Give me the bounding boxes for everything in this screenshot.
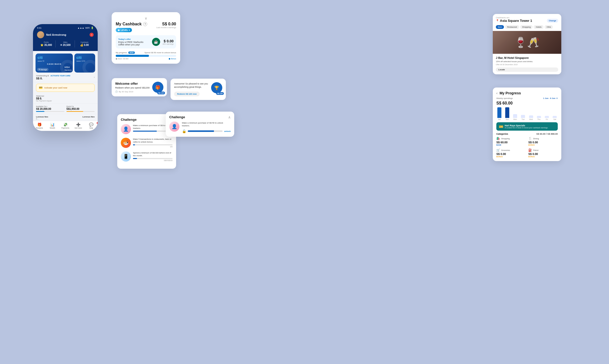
level-badge: ◆ LEVEL 1 xyxy=(116,28,132,32)
shopping-name: Shopping xyxy=(501,137,510,140)
today-desc: Enjoy a FREE Starbucks coffee when you p… xyxy=(118,41,149,46)
hari-raya-icon: 🎫 xyxy=(499,125,503,129)
categories-header: Categories S$ 60.00 / S$ 888.00 xyxy=(496,133,558,135)
quick-ca-bar xyxy=(66,111,95,112)
footer-get-more[interactable]: ➕ Get more xyxy=(72,123,85,129)
location-card: Cashbacks aro 📍 Asia Square Tower 1 Chan… xyxy=(493,14,561,74)
groceries-icon: 🛒 xyxy=(496,148,500,152)
credit-row: Available Cre › S$ 20,000.00 Quick Ca S$… xyxy=(33,103,98,114)
today-sub: nth's earnings xyxy=(163,43,174,45)
footer-help[interactable]: 💬 1 Help xyxy=(85,123,98,129)
location-row: 📍 Asia Square Tower 1 Change xyxy=(496,19,558,23)
available-cre-value: S$ 20,000.00 xyxy=(36,108,64,110)
weekly-date[interactable]: 1 Jun · 8 Jun ∨ xyxy=(543,97,558,99)
chart-bar-sat1 xyxy=(497,107,501,118)
chart-col-mon: Mon xyxy=(512,114,518,120)
outstanding-label: Outstanding B ACTIVATE YOUR CARD xyxy=(36,75,70,77)
cat-dining-header: 🍴 Dining xyxy=(528,137,558,140)
footer-rewards[interactable]: 🎁 Rewards xyxy=(33,123,46,129)
ss120-badge: S$ 120 xyxy=(157,92,165,94)
challenge-progress-3 xyxy=(133,158,173,159)
footer-wealth[interactable]: 📊 Wealth xyxy=(46,123,59,129)
next-offer-label: Lorenzo Nex xyxy=(36,116,48,118)
shopping-badge: BASE xyxy=(496,144,526,146)
unlock-link[interactable]: unlock xyxy=(224,130,231,132)
today-right: $ 0.00 nth's earnings xyxy=(163,39,174,45)
chevron-down-date: ∨ xyxy=(556,97,558,99)
main-card[interactable]: citi ●●●● 36 CASH BACK ⚙ Manage VISASign… xyxy=(36,54,73,73)
miles-value: ✈ 20,500 xyxy=(56,44,74,46)
my-progress-card: ‹ My Progress Weekly spendings 1 Jun · 8… xyxy=(493,88,561,161)
available-cre-label: Available Cre › xyxy=(36,106,64,107)
weekly-chart: Sat Sun Mon Tue Wed Thu Fri Sat xyxy=(496,108,558,120)
activate-link[interactable]: ACTIVATE YOUR CARD xyxy=(50,75,70,77)
bonus-dot: Bonus xyxy=(169,58,176,60)
get-more-label: Get more xyxy=(75,127,82,129)
shopping-icon: 🛍️ xyxy=(496,137,500,140)
hari-raya-title: Hari Raya Specials xyxy=(505,124,548,127)
chart-col-sat1: Sat xyxy=(496,107,502,120)
manage-button[interactable]: ⚙ Manage xyxy=(37,68,48,71)
challenge-right-text: Make a minimum purchase of S$ 50 to unlo… xyxy=(182,122,231,133)
chart-col-sun: Sun xyxy=(504,107,510,120)
challenge-close-button[interactable]: ∧ xyxy=(228,115,231,119)
points-value: ⭐ 35,000 xyxy=(37,44,55,46)
tab-other[interactable]: Othe xyxy=(545,25,553,29)
profile-row: Neil Armstrong 3 xyxy=(37,31,94,38)
hari-raya-desc: A curated list of deals to boost your ca… xyxy=(505,127,548,129)
redeem-button[interactable]: Redeem S$ 120 now xyxy=(174,92,200,96)
payments-label: Payments xyxy=(61,127,69,129)
activate-banner[interactable]: 💳 Activate your card now xyxy=(36,84,95,92)
tab-bars[interactable]: Bars xyxy=(496,25,504,29)
welcome-offer-card: Welcome offer Redeem when you spend S$12… xyxy=(112,78,167,96)
points-item-cashback: Cashback 💰 0.00 xyxy=(75,40,94,47)
clock-icon: 🕐 xyxy=(115,91,118,93)
phone-footer: 🎁 Rewards 📊 Wealth 💸 Payments ➕ Get more… xyxy=(33,121,98,131)
tab-hotels[interactable]: Hotels xyxy=(534,25,544,29)
gift-icon: 🎁 xyxy=(155,85,160,90)
chart-bar-sat2 xyxy=(553,116,557,118)
cashback-title: My Cashback ? xyxy=(116,22,147,26)
awesome-ss120-badge: S$ 120 xyxy=(216,92,224,95)
challenge-fill-2 xyxy=(133,144,135,145)
cashbacks-label: Cashbacks aro xyxy=(496,16,558,19)
notification-badge[interactable]: 3 xyxy=(90,33,94,37)
hari-raya-banner[interactable]: 🎫 Hari Raya Specials A curated list of d… xyxy=(496,122,558,131)
points-item-miles: Miles ✈ 20,500 xyxy=(56,40,75,47)
next-offer-right: Lorenzo Nex xyxy=(82,116,95,120)
diamond-icon: ◆ xyxy=(118,29,120,31)
next-offer-sub: E... xyxy=(36,118,48,120)
offer-expiry: Offer till 30 December 2019 xyxy=(496,64,558,65)
footer-payments[interactable]: 💸 Payments xyxy=(59,123,72,129)
chart-bar-fri xyxy=(545,116,549,118)
outstanding-value: S$ 0. xyxy=(36,77,70,80)
hari-raya-text: Hari Raya Specials A curated list of dea… xyxy=(505,124,548,129)
petrol-badge: BONUS xyxy=(528,156,558,158)
back-button[interactable]: ‹ xyxy=(496,91,498,95)
dining-icon: 🍴 xyxy=(528,137,532,140)
challenge-img-1: 👤 xyxy=(121,124,131,134)
tab-restaurant[interactable]: Restaurant xyxy=(505,25,519,29)
locate-button[interactable]: Locate xyxy=(496,67,558,72)
spend-more-label: Spend S$ 50 more to unlock bonus xyxy=(144,51,176,54)
categories-label: Categories xyxy=(496,133,508,135)
help-circle-icon[interactable]: ? xyxy=(143,22,147,26)
chart-day-mon: Mon xyxy=(513,118,517,120)
challenge-item-1: 👤 Make a minimum purchase of S$ to unloc… xyxy=(121,124,173,134)
chevron-down-icon[interactable]: ∨ xyxy=(116,16,176,20)
change-button[interactable]: Change xyxy=(547,19,558,23)
statement-label: Statemer xyxy=(36,95,95,97)
points-label: Points xyxy=(37,41,55,43)
welcome-icon-wrap: 🎁 S$ 120 xyxy=(152,82,163,93)
next-offer-label2: Lorenzo Nex xyxy=(82,116,95,118)
location-header: Cashbacks aro 📍 Asia Square Tower 1 Chan… xyxy=(493,14,561,25)
earnings-amount: S$ 0.00 xyxy=(156,22,176,26)
earnings-col: S$ 0.00 Last month's earnings xyxy=(156,22,176,29)
progress-my-label: My progress NEW xyxy=(116,51,135,54)
wealth-icon: 📊 xyxy=(50,123,55,127)
awesome-card: Awesome! So pleased to see you accomplis… xyxy=(171,79,226,100)
secondary-card[interactable]: citi ●●●● 1234 xyxy=(74,54,95,73)
tab-shopping[interactable]: Shopping xyxy=(520,25,533,29)
status-icons: ▲▲▲ WiFi 🔋 xyxy=(77,27,94,29)
wine-glasses-icon: 🍷🥂 xyxy=(514,37,540,48)
